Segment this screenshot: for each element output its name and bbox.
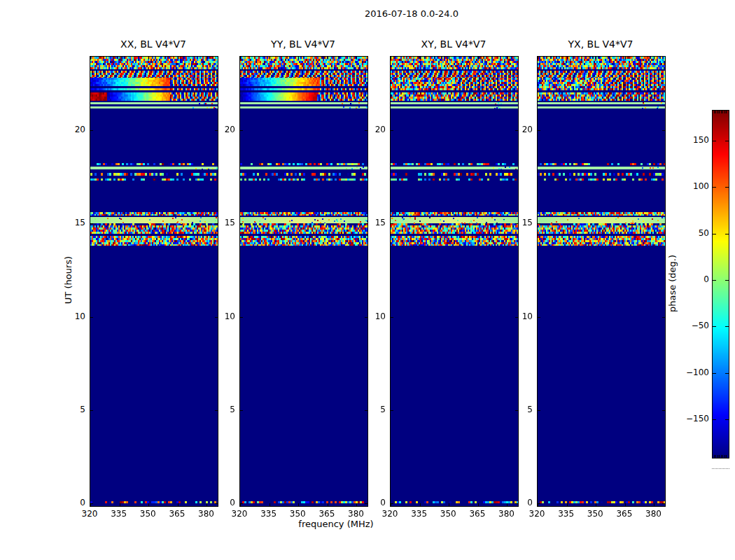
colorbar-tick-label: 50	[678, 227, 709, 239]
y-tick-label: 15	[512, 217, 533, 228]
y-tick-label: 10	[64, 311, 85, 322]
panel-title-xy: XY, BL V4*V7	[421, 38, 486, 50]
x-tick-label: 350	[284, 508, 312, 519]
y-tick-label: 10	[512, 311, 533, 322]
colorbar-tick-label: 0	[678, 274, 709, 285]
y-tick-label: 5	[365, 404, 386, 415]
y-tick-label: 15	[365, 217, 386, 228]
colorbar-tick-label: 150	[678, 134, 709, 146]
x-tick-label: 365	[610, 508, 638, 519]
figure: 2016-07-18 0.0-24.0 XX, BL V4*V7 YY, BL …	[0, 0, 735, 560]
heatmap-panel-xx	[90, 56, 218, 507]
x-tick-label: 320	[225, 508, 253, 519]
x-axis-label: frequency (MHz)	[298, 519, 373, 529]
x-tick-label: 350	[434, 508, 462, 519]
colorbar-axis-label: phase (deg.)	[667, 255, 678, 312]
colorbar-tick-label: 100	[678, 181, 709, 192]
colorbar-tick-label: −150	[678, 413, 709, 424]
panel-title-xx: XX, BL V4*V7	[120, 38, 186, 50]
heatmap-panel-xy	[390, 56, 519, 507]
x-tick-label: 350	[581, 508, 609, 519]
x-tick-label: 335	[105, 508, 133, 519]
y-tick-label: 10	[365, 311, 386, 322]
x-tick-label: 350	[134, 508, 162, 519]
y-axis-label: UT (hours)	[63, 256, 74, 304]
y-tick-label: 0	[512, 497, 533, 508]
y-tick-label: 15	[64, 217, 85, 228]
y-tick-label: 5	[64, 404, 85, 415]
x-tick-label: 320	[76, 508, 104, 519]
x-tick-label: 335	[552, 508, 580, 519]
figure-title: 2016-07-18 0.0-24.0	[365, 8, 458, 19]
y-tick-label: 0	[64, 497, 85, 508]
x-tick-label: 380	[492, 508, 520, 519]
x-tick-label: 365	[313, 508, 341, 519]
colorbar-tick-label: −100	[678, 367, 709, 378]
x-tick-label: 335	[405, 508, 433, 519]
x-tick-label: 320	[523, 508, 551, 519]
x-tick-label: 380	[192, 508, 220, 519]
x-tick-label: 320	[376, 508, 404, 519]
colorbar-gradient	[712, 110, 729, 458]
colorbar-tick-label: −50	[678, 320, 709, 331]
heatmap-panel-yx	[537, 56, 666, 507]
panel-title-yy: YY, BL V4*V7	[271, 38, 335, 50]
x-tick-label: 380	[639, 508, 667, 519]
y-tick-label: 0	[214, 497, 235, 508]
y-tick-label: 10	[214, 311, 235, 322]
heatmap-panel-yy	[239, 56, 368, 507]
y-tick-label: 20	[512, 124, 533, 135]
x-tick-label: 365	[463, 508, 491, 519]
y-tick-label: 5	[512, 404, 533, 415]
y-tick-label: 5	[214, 404, 235, 415]
y-tick-label: 20	[214, 124, 235, 135]
y-tick-label: 20	[365, 124, 386, 135]
y-tick-label: 0	[365, 497, 386, 508]
y-tick-label: 20	[64, 124, 85, 135]
x-tick-label: 365	[163, 508, 191, 519]
y-tick-label: 15	[214, 217, 235, 228]
x-tick-label: 335	[255, 508, 283, 519]
colorbar-extend-dotted-line	[712, 468, 729, 469]
x-tick-label: 380	[342, 508, 370, 519]
panel-title-yx: YX, BL V4*V7	[568, 38, 634, 50]
